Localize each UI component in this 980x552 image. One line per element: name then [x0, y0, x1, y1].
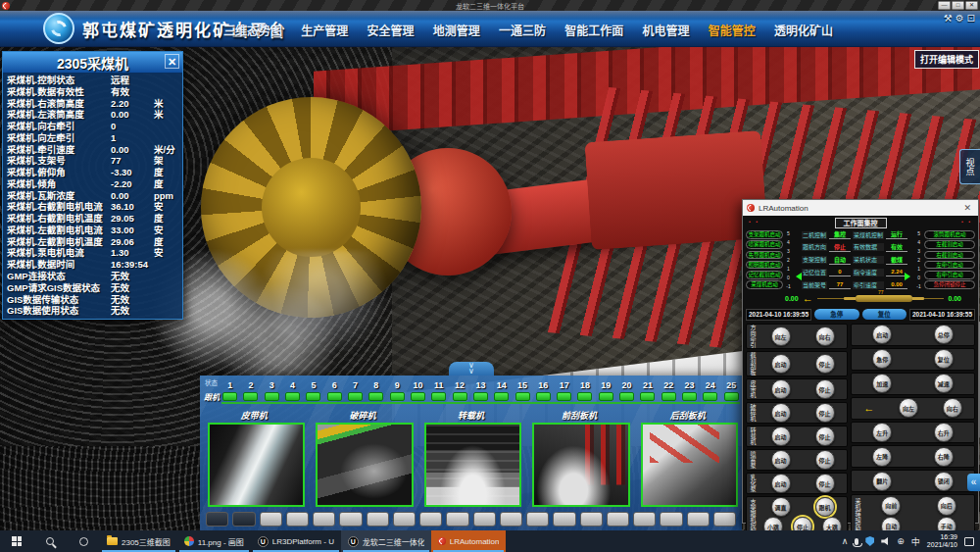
- slider-track[interactable]: 77: [817, 295, 945, 302]
- search-button[interactable]: [33, 530, 67, 552]
- camera-thumbnail-前刮板机[interactable]: [532, 423, 629, 507]
- taskbar-item-2305三维截图[interactable]: 2305三维截图: [100, 530, 177, 552]
- tools-icon[interactable]: ⚒: [944, 13, 953, 24]
- close-button[interactable]: ✕: [965, 1, 978, 10]
- shearer-position-handle[interactable]: [856, 295, 912, 302]
- nav-item-一通三防[interactable]: 一通三防: [499, 22, 546, 38]
- control-button-启动[interactable]: 启动: [771, 379, 791, 399]
- taskbar-item-LRAutomation[interactable]: LRAutomation: [431, 530, 507, 552]
- control-button-向左[interactable]: 向左: [771, 326, 791, 346]
- camera-thumbnail-破碎机[interactable]: [316, 423, 413, 507]
- strip-cell[interactable]: [580, 512, 603, 527]
- control-button-右降[interactable]: 右降: [934, 447, 954, 467]
- run-status-button[interactable]: 支架跟机启动: [746, 230, 783, 239]
- run-status-button[interactable]: 左牵引启动: [924, 261, 975, 270]
- speaker-icon[interactable]: [881, 537, 890, 545]
- control-button-启动[interactable]: 启动: [771, 450, 791, 470]
- run-status-button[interactable]: 滚筒跟机启动: [924, 230, 975, 239]
- control-button-停止[interactable]: 停止: [815, 474, 835, 493]
- clock[interactable]: 16:392021/4/10: [927, 533, 957, 549]
- control-button-启动[interactable]: 启动: [771, 427, 791, 446]
- taskbar-item-11.png - 画图[interactable]: 11.png - 画图: [177, 530, 251, 552]
- strip-cell[interactable]: [553, 512, 575, 527]
- control-button-左升[interactable]: 左升: [872, 423, 892, 442]
- microphone-icon[interactable]: [855, 538, 858, 545]
- run-status-button[interactable]: 记忆截割启动: [746, 271, 783, 279]
- thumbnail-strip[interactable]: [206, 512, 736, 527]
- strip-cell[interactable]: [526, 512, 549, 527]
- taskbar-item-龙软二三维一体化...[interactable]: U龙软二三维一体化...: [341, 530, 431, 552]
- close-icon[interactable]: ✕: [165, 54, 179, 69]
- control-button-启动[interactable]: 启动: [771, 474, 791, 493]
- ime-indicator[interactable]: 中: [911, 535, 920, 548]
- minimize-button[interactable]: —: [938, 1, 951, 10]
- gear-icon[interactable]: ⚙: [956, 13, 964, 24]
- control-button-停止[interactable]: 停止: [815, 427, 835, 446]
- control-button-向前[interactable]: 向前: [881, 496, 901, 516]
- camera-thumbnail-转载机[interactable]: [424, 423, 521, 507]
- restore-icon[interactable]: ⊡: [967, 13, 975, 24]
- strip-cell[interactable]: [286, 512, 309, 527]
- control-button-停止[interactable]: 停止: [815, 403, 835, 423]
- run-status-button[interactable]: 急停闭锁停止: [924, 280, 975, 289]
- network-icon[interactable]: ⊕: [897, 536, 905, 546]
- control-button-翻片[interactable]: 翻片: [872, 472, 892, 491]
- strip-cell[interactable]: [687, 512, 710, 527]
- camera-thumbnail-皮带机[interactable]: [208, 423, 305, 507]
- control-button-左降[interactable]: 左降: [872, 447, 892, 467]
- control-button-向后[interactable]: 向后: [937, 496, 956, 516]
- strip-cell[interactable]: [313, 512, 335, 527]
- strip-cell[interactable]: [367, 512, 389, 527]
- run-status-button[interactable]: 右截割启动: [924, 251, 975, 260]
- strip-cell[interactable]: [633, 512, 656, 527]
- collapse-panel-tab[interactable]: ∨∨: [449, 362, 494, 376]
- control-button-向右[interactable]: 向右: [943, 398, 962, 418]
- strip-cell[interactable]: [446, 512, 468, 527]
- nav-item-透明化矿山[interactable]: 透明化矿山: [774, 22, 833, 38]
- control-button-向左[interactable]: 向左: [899, 398, 918, 418]
- strip-cell[interactable]: [260, 512, 282, 527]
- control-button-锁闭[interactable]: 锁闭: [934, 472, 954, 491]
- run-status-button[interactable]: 采煤机启动: [746, 280, 783, 289]
- nav-item-智能管控[interactable]: 智能管控: [709, 22, 756, 38]
- sidebar-collapse-tab[interactable]: «: [967, 474, 980, 491]
- control-button-复位[interactable]: 复位: [934, 349, 954, 369]
- nav-item-三维态势图[interactable]: 三维态势图: [223, 22, 282, 38]
- run-status-button[interactable]: 喷雾跟机启动: [746, 240, 783, 249]
- viewpoint-tab[interactable]: 视点: [959, 149, 980, 184]
- control-button-减速[interactable]: 减速: [934, 374, 954, 393]
- control-button-启动[interactable]: 启动: [771, 354, 791, 374]
- strip-cell[interactable]: [607, 512, 629, 527]
- security-shield-icon[interactable]: [865, 536, 874, 546]
- control-button-向右[interactable]: 向右: [815, 326, 835, 346]
- control-button-急停[interactable]: 急停: [872, 349, 892, 369]
- strip-cell[interactable]: [206, 512, 228, 527]
- strip-cell[interactable]: [339, 512, 362, 527]
- control-button-加速[interactable]: 加速: [872, 374, 892, 393]
- cortana-button[interactable]: [67, 530, 100, 552]
- reset-button[interactable]: 复位: [862, 309, 906, 320]
- run-status-button[interactable]: 左截割启动: [924, 240, 975, 249]
- control-button-跟机[interactable]: 跟机: [815, 497, 835, 517]
- nav-item-机电管理[interactable]: 机电管理: [642, 22, 689, 38]
- strip-cell[interactable]: [473, 512, 496, 527]
- taskbar-item-LR3DPlatform - U...[interactable]: ULR3DPlatform - U...: [251, 530, 341, 552]
- strip-cell[interactable]: [500, 512, 522, 527]
- nav-item-智能工作面[interactable]: 智能工作面: [564, 22, 623, 38]
- lrautomation-titlebar[interactable]: LRAutomation ✕: [743, 200, 978, 216]
- strip-cell[interactable]: [393, 512, 416, 527]
- control-button-停止[interactable]: 停止: [815, 354, 835, 374]
- strip-cell[interactable]: [232, 512, 255, 527]
- strip-cell[interactable]: [419, 512, 442, 527]
- control-button-启动[interactable]: 启动: [771, 403, 791, 423]
- control-button-右升[interactable]: 右升: [934, 423, 954, 442]
- strip-cell[interactable]: [713, 512, 736, 527]
- run-status-button[interactable]: 照明跟机启动: [746, 261, 783, 270]
- control-button-调直[interactable]: 调直: [771, 497, 791, 517]
- open-edit-mode-button[interactable]: 打开编辑模式: [914, 50, 979, 69]
- control-button-停止[interactable]: 停止: [815, 379, 835, 399]
- run-status-button[interactable]: 右牵引启动: [924, 271, 975, 279]
- maximize-button[interactable]: □: [952, 1, 964, 10]
- control-button-总停[interactable]: 总停: [934, 325, 954, 344]
- estop-button[interactable]: 急停: [814, 309, 858, 320]
